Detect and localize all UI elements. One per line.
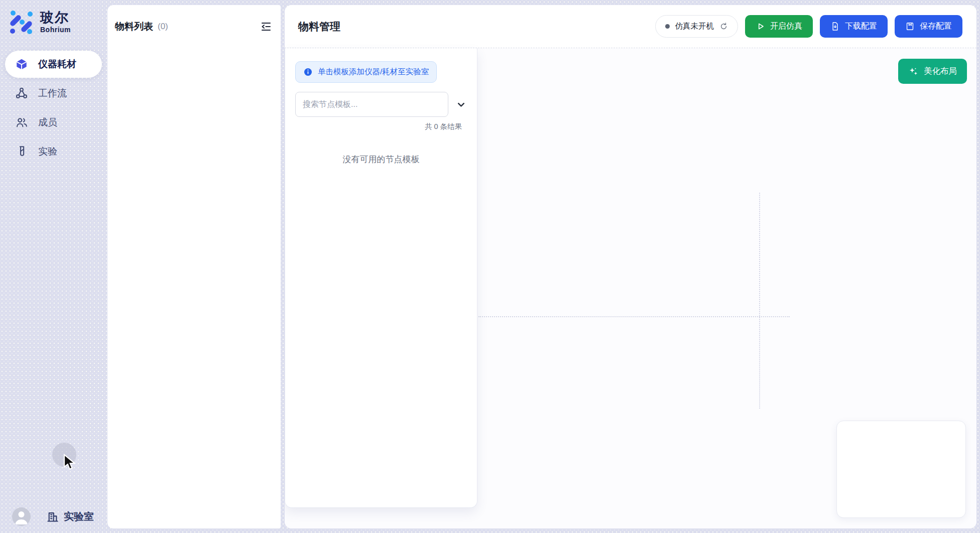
simulation-status-pill[interactable]: 仿真未开机 — [655, 15, 739, 38]
sparkles-icon — [908, 66, 919, 77]
bohrium-logo-icon — [8, 9, 34, 35]
start-simulation-label: 开启仿真 — [770, 21, 802, 32]
start-simulation-button[interactable]: 开启仿真 — [745, 15, 813, 38]
flow-canvas[interactable]: 单击模板添加仪器/耗材至实验室 共 0 条结果 没有可用的节点模板 — [285, 48, 976, 528]
file-download-icon — [830, 22, 840, 31]
person-icon — [12, 507, 31, 526]
download-config-button[interactable]: 下载配置 — [820, 15, 888, 38]
sidebar: 玻尔 Bohrium 仪器耗材 工作流 — [0, 0, 107, 533]
user-avatar[interactable] — [12, 507, 31, 526]
materials-list-count: (0) — [158, 22, 168, 32]
materials-list-title: 物料列表 — [115, 20, 153, 33]
save-config-label: 保存配置 — [920, 21, 952, 32]
beautify-layout-button[interactable]: 美化布局 — [898, 59, 967, 84]
panel-fold-icon — [260, 21, 272, 33]
brand-name-en: Bohrium — [40, 26, 71, 34]
info-icon — [303, 67, 313, 77]
minimap[interactable] — [836, 421, 966, 518]
sidebar-item-label: 实验 — [38, 145, 57, 158]
page-header: 物料管理 仿真未开机 开启仿真 — [285, 5, 976, 48]
main-content: 物料管理 仿真未开机 开启仿真 — [285, 5, 976, 528]
sidebar-footer: 实验室 — [0, 507, 107, 526]
save-config-button[interactable]: 保存配置 — [895, 15, 962, 38]
brand-logo[interactable]: 玻尔 Bohrium — [0, 0, 107, 35]
sidebar-item-label: 仪器耗材 — [38, 58, 76, 71]
canvas-guide-vertical — [759, 193, 760, 409]
sidebar-item-workflow[interactable]: 工作流 — [5, 80, 102, 107]
search-results-count: 共 0 条结果 — [295, 122, 467, 131]
app-root: 玻尔 Bohrium 仪器耗材 工作流 — [0, 0, 980, 533]
materials-list-header: 物料列表 (0) — [107, 5, 281, 44]
chevron-down-icon — [455, 99, 467, 110]
sidebar-item-instruments[interactable]: 仪器耗材 — [5, 51, 102, 78]
sidebar-item-experiments[interactable]: 实验 — [5, 138, 102, 165]
template-search-row — [295, 92, 467, 117]
workflow-icon — [15, 87, 28, 100]
members-icon — [15, 116, 28, 129]
empty-state-text: 没有可用的节点模板 — [295, 154, 467, 165]
download-config-label: 下载配置 — [845, 21, 877, 32]
cube-icon — [15, 58, 28, 71]
test-tube-icon — [15, 145, 28, 158]
page-title: 物料管理 — [298, 20, 340, 34]
building-icon — [46, 510, 59, 523]
canvas-guide-horizontal — [478, 316, 790, 317]
simulation-status-label: 仿真未开机 — [675, 21, 714, 32]
brand-name-zh: 玻尔 — [40, 11, 71, 26]
node-template-panel: 单击模板添加仪器/耗材至实验室 共 0 条结果 没有可用的节点模板 — [285, 48, 477, 508]
play-icon — [756, 22, 765, 31]
sidebar-nav: 仪器耗材 工作流 成员 — [0, 51, 107, 165]
sidebar-item-members[interactable]: 成员 — [5, 109, 102, 136]
save-icon — [905, 22, 915, 31]
template-search-input[interactable] — [295, 92, 448, 117]
header-actions: 仿真未开机 开启仿真 下载 — [655, 15, 963, 38]
template-expand-button[interactable] — [455, 98, 467, 110]
template-hint-banner: 单击模板添加仪器/耗材至实验室 — [295, 61, 437, 83]
lab-switcher[interactable]: 实验室 — [46, 510, 94, 523]
sidebar-item-label: 工作流 — [38, 87, 67, 100]
sidebar-item-label: 成员 — [38, 116, 57, 129]
brand-text: 玻尔 Bohrium — [40, 11, 71, 34]
template-hint-text: 单击模板添加仪器/耗材至实验室 — [318, 67, 429, 77]
status-dot — [665, 24, 670, 29]
beautify-layout-label: 美化布局 — [924, 66, 957, 77]
panel-fold-button[interactable] — [260, 20, 273, 33]
materials-list-panel: 物料列表 (0) — [107, 5, 281, 528]
lab-label: 实验室 — [64, 510, 94, 523]
refresh-icon[interactable] — [719, 22, 728, 31]
